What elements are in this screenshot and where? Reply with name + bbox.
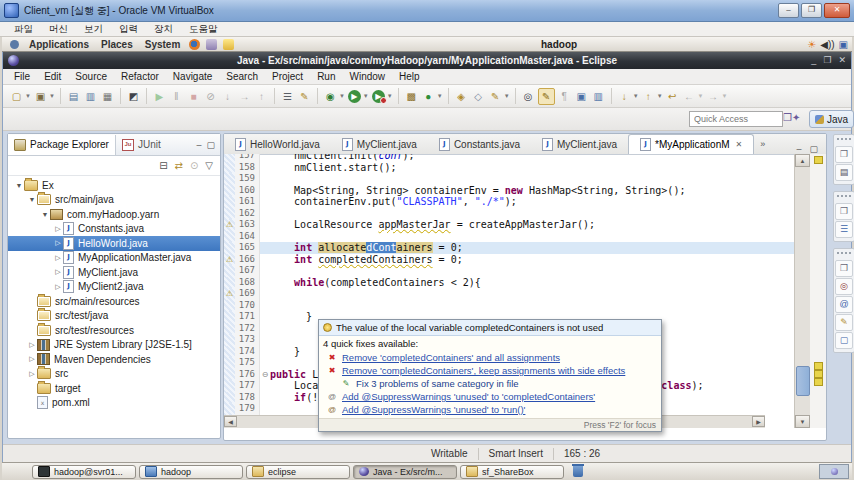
network-icon[interactable]: ▣	[839, 39, 848, 50]
new-wizard-button[interactable]: ▢▼	[9, 89, 31, 104]
menu-edit[interactable]: Edit	[37, 71, 68, 82]
tree-item-pom-xml[interactable]: xpom.xml	[8, 396, 220, 411]
collapse-all-icon[interactable]: ⊟	[159, 160, 167, 171]
vbox-menu-4[interactable]: 장치	[146, 23, 181, 36]
declaration-view-icon[interactable]: ✎	[835, 314, 853, 331]
tree-collapsed-arrow-icon[interactable]: ▷	[27, 341, 37, 349]
tree-collapsed-arrow-icon[interactable]: ▷	[53, 283, 63, 291]
update-notifier-icon[interactable]: ☀	[807, 39, 816, 50]
step-over-button[interactable]: →	[237, 89, 252, 104]
tree-expanded-arrow-icon[interactable]: ▼	[14, 182, 24, 189]
code-line-170[interactable]: 170	[224, 300, 799, 312]
quick-fix-link[interactable]: Remove 'completedContainers', keep assig…	[342, 365, 625, 376]
menu-window[interactable]: Window	[342, 71, 392, 82]
workspace-switcher[interactable]	[819, 464, 849, 479]
open-task-button[interactable]: ◩	[126, 89, 141, 104]
warning-marker-icon[interactable]: ⚠	[224, 288, 235, 300]
vbox-menu-0[interactable]: 파일	[6, 23, 41, 36]
tree-collapsed-arrow-icon[interactable]: ▷	[53, 268, 63, 276]
gnome-menu-places[interactable]: Places	[95, 39, 139, 50]
quick-fix-link[interactable]: Fix 3 problems of same category in file	[356, 378, 519, 389]
editor-tab-0[interactable]: JHelloWorld.java	[224, 135, 331, 154]
link-with-editor-icon[interactable]: ⇄	[175, 160, 183, 171]
taskbar-button-hadoop-svr01-[interactable]: hadoop@svr01...	[32, 465, 136, 479]
vertical-scroll-thumb[interactable]	[796, 366, 810, 396]
javadoc-view-icon[interactable]: @	[835, 296, 853, 313]
forward-button[interactable]: →▼	[706, 89, 728, 104]
save-button[interactable]: ▤	[66, 89, 81, 104]
restore-task-list-icon[interactable]: ❐	[835, 146, 853, 163]
tree-item-myclient-java[interactable]: ▷JMyClient.java	[8, 265, 220, 280]
new-java-package-button[interactable]: ▩	[404, 89, 419, 104]
tree-item-src[interactable]: ▷src	[8, 367, 220, 382]
code-line-158[interactable]: 158 nmClient.start();	[224, 162, 799, 174]
tree-expanded-arrow-icon[interactable]: ▼	[40, 211, 50, 218]
tab-close-icon[interactable]: ✕	[736, 140, 743, 149]
open-type-button[interactable]: ◈	[454, 89, 469, 104]
tree-item-maven-dependencies[interactable]: ▷Maven Dependencies	[8, 352, 220, 367]
code-line-165[interactable]: 165 int allocatedContainers = 0;	[224, 242, 799, 254]
restore-views-icon[interactable]: ❐	[835, 260, 853, 277]
view-minimize-icon[interactable]: ‒	[196, 140, 201, 150]
tree-collapsed-arrow-icon[interactable]: ▷	[27, 355, 37, 363]
next-annotation-button[interactable]: ↓▼	[617, 89, 639, 104]
vbox-menu-3[interactable]: 입력	[111, 23, 146, 36]
tree-item-constants-java[interactable]: ▷JConstants.java	[8, 222, 220, 237]
eclipse-minimize-button[interactable]: _	[811, 53, 816, 68]
save-all-button[interactable]: ▥	[83, 89, 98, 104]
eclipse-restore-button[interactable]: ❐	[823, 53, 831, 68]
view-maximize-icon[interactable]: ▢	[206, 140, 215, 150]
suspend-button[interactable]: ‖	[169, 89, 184, 104]
step-into-button[interactable]: ↓	[220, 89, 235, 104]
scroll-down-arrow[interactable]: ▼	[795, 415, 810, 428]
debug-button[interactable]: ◉▼	[323, 89, 345, 104]
taskbar-button-java-ex-src-m-[interactable]: Java - Ex/src/m...	[353, 465, 457, 479]
tree-item-helloworld-java[interactable]: ▷JHelloWorld.java	[8, 236, 220, 251]
open-resource-button[interactable]: ◇	[471, 89, 486, 104]
quick-fix-3[interactable]: @Add @SuppressWarnings 'unused' to 'comp…	[319, 390, 661, 403]
code-line-164[interactable]: 164	[224, 231, 799, 243]
back-button[interactable]: ←▼	[682, 89, 704, 104]
volume-icon[interactable]: ◀))	[820, 39, 834, 50]
show-console-button[interactable]: ☰	[280, 89, 295, 104]
vbox-restore-button[interactable]: ❐	[801, 3, 822, 18]
menu-run[interactable]: Run	[310, 71, 342, 82]
editor-maximize-icon[interactable]: ▢	[809, 144, 818, 154]
quick-fix-link[interactable]: Add @SuppressWarnings 'unused' to 'compl…	[342, 391, 595, 402]
pin-editor-button[interactable]: ▥	[591, 89, 606, 104]
stack-drag-handle[interactable]	[837, 138, 851, 143]
mark-occurrences-button[interactable]: ✎	[538, 88, 555, 105]
stack-drag-handle[interactable]	[837, 252, 851, 257]
tree-item-src-test-resources[interactable]: src/test/resources	[8, 323, 220, 338]
tree-expanded-arrow-icon[interactable]: ▼	[27, 196, 37, 203]
disconnect-button[interactable]: ⊘	[203, 89, 218, 104]
overview-warning-marker[interactable]	[814, 378, 823, 386]
run-button[interactable]: ▶▼	[347, 90, 369, 103]
firefox-icon[interactable]	[189, 39, 200, 50]
quick-fix-2[interactable]: ✎Fix 3 problems of same category in file	[319, 377, 661, 390]
code-line-163[interactable]: ⚠163 LocalResource appMasterJar = create…	[224, 219, 799, 231]
quick-fix-4[interactable]: @Add @SuppressWarnings 'unused' to 'run(…	[319, 403, 661, 416]
code-line-160[interactable]: 160 Map<String, String> containerEnv = n…	[224, 185, 799, 197]
code-line-157[interactable]: 157 nmClient.init(conf);	[224, 154, 799, 162]
gnome-menu-system[interactable]: System	[139, 39, 187, 50]
tree-item-jre-system-library-j2se-1-5-[interactable]: ▷JRE System Library [J2SE-1.5]	[8, 338, 220, 353]
restore-outline-icon[interactable]: ❐	[835, 203, 853, 220]
search-button[interactable]: ◎	[521, 89, 536, 104]
quick-fix-link[interactable]: Add @SuppressWarnings 'unused' to 'run()…	[342, 404, 525, 415]
terminate-button[interactable]: ■	[186, 89, 201, 104]
task-list-view-icon[interactable]: ▤	[835, 164, 853, 181]
tree-item-src-test-java[interactable]: src/test/java	[8, 309, 220, 324]
tree-item-myclient2-java[interactable]: ▷JMyClient2.java	[8, 280, 220, 295]
tab-junit[interactable]: Ju JUnit	[116, 135, 167, 155]
show-whitespace-button[interactable]: ¶	[557, 89, 572, 104]
overview-warning-marker[interactable]	[814, 362, 823, 370]
scroll-up-arrow[interactable]: ▲	[795, 154, 810, 167]
tree-item-myapplicationmaster-java[interactable]: ▷JMyApplicationMaster.java	[8, 251, 220, 266]
search-view-icon[interactable]: ◎	[835, 278, 853, 295]
tree-item-src-main-resources[interactable]: src/main/resources	[8, 294, 220, 309]
step-return-button[interactable]: ↑	[254, 89, 269, 104]
menu-help[interactable]: Help	[392, 71, 427, 82]
tree-collapsed-arrow-icon[interactable]: ▷	[53, 254, 63, 262]
tree-item-ex[interactable]: ▼Ex	[8, 178, 220, 193]
